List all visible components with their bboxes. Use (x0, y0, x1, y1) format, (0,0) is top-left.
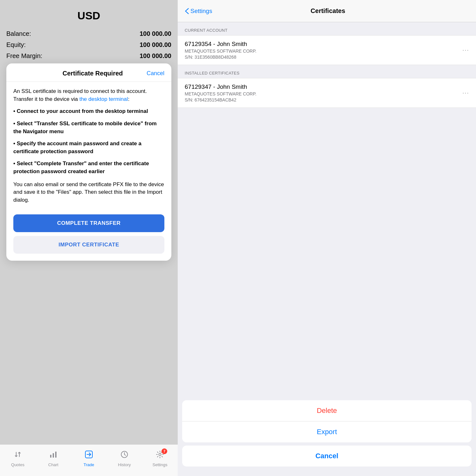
current-account-section: CURRENT ACCOUNT 67129354 - John Smith ME… (178, 22, 476, 65)
bullet-item-1: • Connect to your account from the deskt… (13, 108, 164, 115)
tab-history[interactable]: History (107, 450, 142, 467)
installed-cert-info: 67129347 - John Smith METAQUOTES SOFTWAR… (185, 83, 256, 102)
free-margin-row: Free Margin: 100 000.00 (6, 50, 171, 62)
svg-rect-1 (53, 453, 54, 458)
free-margin-value: 100 000.00 (140, 52, 171, 60)
settings-tab-label: Settings (153, 462, 168, 467)
certificate-modal: Certificate Required Cancel An SSL certi… (6, 63, 171, 261)
bullet-item-4: • Select "Complete Transfer" and enter t… (13, 160, 164, 175)
action-sheet: Delete Export Cancel (178, 396, 476, 476)
currency-title: USD (6, 10, 171, 22)
installed-cert-serial: S/N: 6764235154BACB42 (185, 97, 256, 102)
chart-icon (49, 450, 57, 461)
svg-rect-0 (50, 455, 51, 458)
svg-point-5 (159, 453, 161, 456)
tab-trade[interactable]: Trade (71, 450, 107, 467)
tab-bar: Quotes Chart Trade (0, 444, 178, 476)
left-panel: USD Balance: 100 000.00 Equity: 100 000.… (0, 0, 178, 476)
equity-row: Equity: 100 000.00 (6, 39, 171, 50)
tab-quotes[interactable]: Quotes (0, 450, 36, 467)
modal-footer-text: You can also email or send the certifica… (13, 181, 164, 204)
import-certificate-button[interactable]: IMPORT CERTIFICATE (13, 236, 164, 254)
nav-title: Certificates (311, 7, 345, 15)
svg-rect-2 (55, 452, 56, 458)
installed-cert-name: 67129347 - John Smith (185, 83, 256, 90)
modal-cancel-button[interactable]: Cancel (147, 70, 164, 77)
settings-badge-container: 7 (156, 450, 164, 461)
equity-value: 100 000.00 (140, 41, 171, 49)
chart-tab-label: Chart (48, 462, 58, 467)
export-button[interactable]: Export (182, 421, 472, 442)
bullet-item-2: • Select "Transfer SSL certificate to mo… (13, 120, 164, 135)
bullet-list: • Connect to your account from the deskt… (13, 108, 164, 175)
current-account-label: CURRENT ACCOUNT (178, 22, 476, 35)
quotes-icon (14, 450, 22, 461)
free-margin-label: Free Margin: (6, 52, 42, 60)
balance-value: 100 000.00 (140, 30, 171, 37)
installed-cert-company: METAQUOTES SOFTWARE CORP. (185, 91, 256, 96)
desktop-terminal-link[interactable]: the desktop terminal (79, 96, 128, 102)
current-cert-serial: S/N: 31E3560BB8D48268 (185, 55, 256, 60)
installed-cert-item: 67129347 - John Smith METAQUOTES SOFTWAR… (178, 78, 476, 108)
delete-button[interactable]: Delete (182, 400, 472, 421)
complete-transfer-button[interactable]: COMPLETE TRANSFER (13, 214, 164, 232)
current-cert-name: 67129354 - John Smith (185, 41, 256, 48)
balance-row: Balance: 100 000.00 (6, 28, 171, 39)
modal-buttons: COMPLETE TRANSFER IMPORT CERTIFICATE (6, 210, 171, 261)
history-tab-label: History (118, 462, 131, 467)
back-label: Settings (190, 8, 212, 15)
trade-icon (85, 450, 93, 461)
account-info: Balance: 100 000.00 Equity: 100 000.00 F… (0, 25, 178, 65)
current-cert-more-button[interactable]: ··· (462, 46, 469, 54)
action-sheet-grouped: Delete Export (182, 400, 472, 442)
settings-badge: 7 (162, 448, 167, 454)
quotes-tab-label: Quotes (11, 462, 24, 467)
installed-certs-label: INSTALLED CERTIFICATES (178, 65, 476, 78)
right-panel: Settings Certificates CURRENT ACCOUNT 67… (178, 0, 476, 476)
tab-chart[interactable]: Chart (36, 450, 71, 467)
current-cert-company: METAQUOTES SOFTWARE CORP. (185, 49, 256, 54)
current-cert-info: 67129354 - John Smith METAQUOTES SOFTWAR… (185, 41, 256, 60)
installed-certs-section: INSTALLED CERTIFICATES 67129347 - John S… (178, 65, 476, 108)
tab-settings[interactable]: 7 Settings (142, 450, 178, 467)
balance-label: Balance: (6, 30, 31, 37)
right-nav: Settings Certificates (178, 0, 476, 22)
trade-tab-label: Trade (83, 462, 94, 467)
equity-label: Equity: (6, 41, 26, 49)
history-icon (120, 450, 129, 461)
bullet-item-3: • Specify the account main password and … (13, 140, 164, 155)
action-cancel-button[interactable]: Cancel (182, 446, 472, 466)
left-header: USD (0, 0, 178, 25)
current-cert-item: 67129354 - John Smith METAQUOTES SOFTWAR… (178, 35, 476, 65)
installed-cert-more-button[interactable]: ··· (462, 89, 469, 97)
modal-body: An SSL certificate is required to connec… (6, 82, 171, 210)
modal-header: Certificate Required Cancel (6, 63, 171, 82)
modal-title: Certificate Required (39, 70, 147, 77)
back-button[interactable]: Settings (185, 8, 212, 15)
modal-colon: : (128, 96, 129, 102)
